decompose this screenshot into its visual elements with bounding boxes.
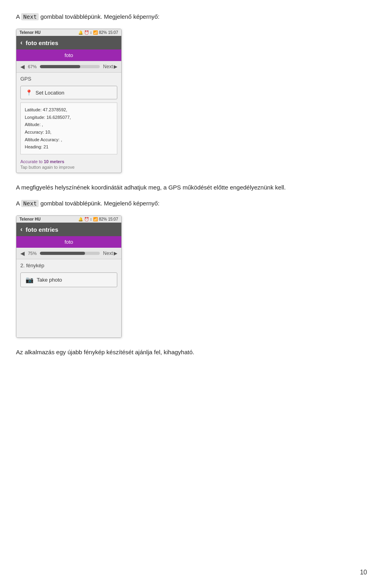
gps-altitude-accuracy: Altitude Accuracy: ,	[25, 136, 113, 144]
progress-area-2: ◀ 75% Next ▶	[16, 248, 121, 259]
tab-label-1: foto	[65, 52, 73, 58]
progress-bar-fill-2	[40, 252, 85, 255]
take-photo-button[interactable]: 📷 Take photo	[20, 272, 117, 287]
status-time-1: 15:07	[108, 30, 118, 35]
progress-bar-wrap-2	[40, 252, 100, 255]
tap-text: Tap button again to improve	[16, 164, 121, 173]
carrier-1: Telenor HU	[20, 30, 41, 35]
tab-label-2: foto	[65, 239, 73, 245]
progress-percent-label-1: 67%	[28, 64, 37, 69]
next-highlight-1: Next	[21, 13, 39, 20]
screenshot-1: Telenor HU 🔔 ⏰ ↕ 📶 82% 15:07 ‹ foto entr…	[16, 29, 122, 173]
status-icons-2: 🔔 ⏰ ↕ 📶 82% 15:07	[78, 217, 118, 221]
gps-section-label: GPS	[16, 73, 121, 83]
next-button-2[interactable]: Next ▶	[103, 251, 117, 256]
app-header-1: ‹ foto entries	[16, 36, 121, 49]
status-icons-1: 🔔 ⏰ ↕ 📶 82% 15:07	[78, 30, 118, 35]
middle-paragraph: A megfigyelés helyszínének koordinátáit …	[16, 183, 367, 192]
status-icons-text-1: 🔔 ⏰ ↕ 📶 82%	[78, 30, 107, 35]
next-highlight-2: Next	[21, 200, 39, 207]
progress-bar-fill-1	[40, 65, 80, 68]
status-time-2: 15:07	[108, 217, 118, 221]
back-arrow-1[interactable]: ‹	[20, 39, 22, 46]
gps-latitude: Latitude: 47.2378592,	[25, 106, 113, 114]
second-intro-paragraph: A Next gombbal továbblépünk. Megjelenő k…	[16, 199, 367, 208]
gps-accuracy: Accuracy: 10,	[25, 128, 113, 136]
tab-bar-2: foto	[16, 236, 121, 248]
intro-suffix: gombbal továbblépünk. Megjelenő képernyő…	[39, 13, 160, 20]
gps-altitude: Altitude: ,	[25, 121, 113, 128]
screenshot-2: Telenor HU 🔔 ⏰ ↕ 📶 82% 15:07 ‹ foto entr…	[16, 215, 122, 338]
status-bar-1: Telenor HU 🔔 ⏰ ↕ 📶 82% 15:07	[16, 29, 121, 36]
accurate-meters: 10 meters	[44, 159, 64, 164]
carrier-2: Telenor HU	[20, 217, 41, 221]
photo-label: 2. fénykép	[16, 259, 121, 270]
app-title-1: foto entries	[26, 39, 58, 46]
gps-heading: Heading: 21	[25, 143, 113, 151]
accurate-prefix: Accurate to	[20, 159, 44, 164]
prev-arrow-2[interactable]: ◀	[20, 250, 25, 257]
status-icons-text-2: 🔔 ⏰ ↕ 📶 82%	[78, 217, 107, 221]
app-title-2: foto entries	[26, 226, 58, 233]
footer-paragraph: Az alkalmazás egy újabb fénykép készítés…	[16, 347, 367, 357]
set-location-button[interactable]: 📍 Set Location	[20, 86, 117, 99]
status-bar-2: Telenor HU 🔔 ⏰ ↕ 📶 82% 15:07	[16, 216, 121, 223]
progress-area-1: ◀ 67% Next ▶	[16, 61, 121, 73]
intro-paragraph: A Next gombbal továbblépünk. Megjelenő k…	[16, 12, 367, 22]
take-photo-label: Take photo	[37, 277, 62, 283]
gps-longitude: Longitude: 16.6285077,	[25, 114, 113, 121]
tab-bar-1: foto	[16, 49, 121, 61]
prev-arrow-1[interactable]: ◀	[20, 63, 25, 70]
set-location-label: Set Location	[36, 90, 64, 96]
location-icon: 📍	[26, 89, 32, 96]
progress-percent-label-2: 75%	[28, 251, 37, 256]
gps-info-box: Latitude: 47.2378592, Longitude: 16.6285…	[20, 103, 117, 154]
camera-icon: 📷	[26, 276, 34, 284]
progress-bar-wrap-1	[40, 65, 100, 68]
second-intro-suffix: gombbal továbblépünk. Megjelenő képernyő…	[39, 200, 160, 207]
accurate-text-container: Accurate to 10 meters	[16, 158, 121, 164]
app-header-2: ‹ foto entries	[16, 223, 121, 236]
intro-prefix: A	[16, 13, 21, 20]
blank-area	[16, 290, 121, 337]
second-intro-prefix: A	[16, 200, 21, 207]
next-button-1[interactable]: Next ▶	[103, 64, 117, 69]
back-arrow-2[interactable]: ‹	[20, 226, 22, 233]
